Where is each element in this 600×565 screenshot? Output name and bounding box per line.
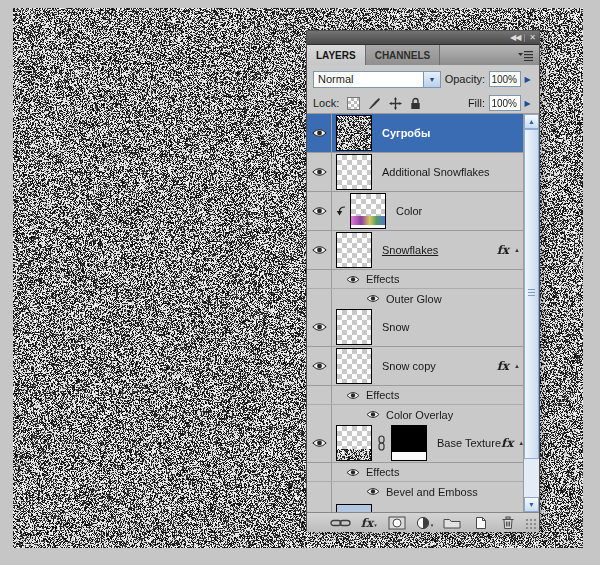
new-group-button[interactable] bbox=[438, 513, 466, 532]
layer-name[interactable]: Snow bbox=[382, 321, 410, 333]
effect-name[interactable]: Color Overlay bbox=[386, 409, 453, 421]
close-panel-icon[interactable]: ✕ bbox=[529, 34, 535, 42]
effects-header-row[interactable]: Effects bbox=[307, 386, 525, 404]
layer-thumbnail[interactable] bbox=[336, 348, 372, 384]
scroll-down-button[interactable]: ▼ bbox=[524, 497, 539, 512]
effect-row[interactable]: Bevel and Emboss bbox=[307, 481, 525, 501]
adjustment-layer-icon bbox=[416, 516, 430, 530]
visibility-toggle[interactable] bbox=[307, 424, 332, 462]
layer-style-fx-badge[interactable]: fx bbox=[497, 243, 509, 257]
lock-transparency-icon[interactable] bbox=[347, 97, 360, 110]
effect-row[interactable]: Color Overlay bbox=[307, 404, 525, 424]
link-layers-button[interactable] bbox=[327, 513, 355, 532]
visibility-toggle[interactable] bbox=[307, 192, 332, 230]
visibility-toggle[interactable] bbox=[307, 114, 332, 152]
titlebar-divider bbox=[524, 34, 525, 42]
effects-visibility-toggle[interactable] bbox=[346, 391, 360, 400]
layer-thumbnail[interactable] bbox=[336, 232, 372, 268]
eye-icon bbox=[312, 167, 327, 177]
effects-visibility-toggle[interactable] bbox=[346, 275, 360, 284]
add-layer-mask-button[interactable] bbox=[383, 513, 411, 532]
visibility-toggle[interactable] bbox=[307, 308, 332, 346]
lock-label: Lock: bbox=[313, 97, 339, 109]
layer-row[interactable]: Snow copy fx ▲ bbox=[307, 347, 525, 386]
mask-link-icon[interactable] bbox=[377, 435, 386, 451]
layer-row[interactable]: Snow bbox=[307, 308, 525, 347]
fill-spinner-icon[interactable]: ▶ bbox=[522, 99, 533, 108]
opacity-label: Opacity: bbox=[445, 73, 485, 85]
tab-layers[interactable]: LAYERS bbox=[307, 45, 366, 65]
visibility-toggle[interactable] bbox=[307, 153, 332, 191]
layer-mask-thumbnail[interactable] bbox=[391, 425, 427, 461]
effect-visibility-toggle[interactable] bbox=[366, 410, 380, 419]
add-adjustment-layer-button[interactable]: ▾ bbox=[411, 513, 439, 532]
blend-mode-select[interactable]: Normal ▼ bbox=[313, 71, 441, 88]
layer-name[interactable]: Snow copy bbox=[382, 360, 436, 372]
collapse-panel-icon[interactable]: ◀◀ bbox=[510, 34, 520, 42]
panel-resize-grip[interactable] bbox=[524, 517, 536, 529]
visibility-toggle[interactable] bbox=[307, 231, 332, 269]
layer-mask-icon bbox=[388, 516, 406, 530]
adjustment-menu-arrow-icon: ▾ bbox=[431, 522, 434, 532]
layer-name[interactable]: Сугробы bbox=[382, 127, 430, 139]
layer-name[interactable]: Additional Snowflakes bbox=[382, 166, 490, 178]
blend-mode-dropdown-icon[interactable]: ▼ bbox=[423, 72, 440, 87]
fill-field[interactable]: 100% bbox=[489, 95, 521, 111]
add-layer-style-button[interactable]: fx▾ bbox=[355, 513, 383, 532]
layer-row[interactable]: Snowflakes fx ▲ bbox=[307, 231, 525, 270]
new-layer-button[interactable] bbox=[466, 513, 494, 532]
effect-name[interactable]: Outer Glow bbox=[386, 293, 442, 305]
scrollbar-thumb[interactable] bbox=[524, 129, 539, 459]
effect-name[interactable]: Bevel and Emboss bbox=[386, 486, 478, 498]
layer-thumbnail[interactable] bbox=[336, 154, 372, 190]
panel-titlebar[interactable]: ◀◀ ✕ bbox=[307, 31, 539, 45]
effect-visibility-toggle[interactable] bbox=[366, 487, 380, 496]
layer-row[interactable]: Сугробы bbox=[307, 114, 525, 153]
eye-icon bbox=[346, 275, 360, 284]
layer-row[interactable]: Additional Snowflakes bbox=[307, 153, 525, 192]
layer-list: Сугробы Additional Snowflakes bbox=[307, 114, 539, 512]
layer-thumbnail[interactable] bbox=[336, 309, 372, 345]
layer-style-fx-badge[interactable]: fx bbox=[497, 359, 509, 373]
visibility-toggle[interactable] bbox=[307, 347, 332, 385]
lock-position-move-icon[interactable] bbox=[389, 97, 402, 110]
scroll-up-button[interactable]: ▲ bbox=[524, 114, 539, 129]
layer-thumbnail[interactable] bbox=[336, 425, 372, 461]
opacity-spinner-icon[interactable]: ▶ bbox=[522, 75, 533, 84]
fx-menu-arrow-icon: ▾ bbox=[374, 522, 377, 532]
lock-paint-brush-icon[interactable] bbox=[368, 97, 381, 110]
effects-header-row[interactable]: Effects bbox=[307, 270, 525, 288]
panel-menu-button[interactable] bbox=[513, 45, 539, 65]
layer-name[interactable]: Color bbox=[396, 205, 422, 217]
layer-thumbnail[interactable] bbox=[336, 115, 372, 151]
layer-thumbnail[interactable] bbox=[350, 193, 386, 229]
lock-all-padlock-icon[interactable] bbox=[410, 97, 421, 110]
layer-row[interactable]: Color bbox=[307, 192, 525, 231]
panel-menu-icon bbox=[518, 50, 534, 61]
effect-row[interactable]: Outer Glow bbox=[307, 288, 525, 308]
layer-row[interactable]: Base Texture fx ▲ bbox=[307, 424, 525, 463]
opacity-field[interactable]: 100% bbox=[489, 71, 521, 87]
eye-icon bbox=[312, 128, 327, 138]
trash-icon bbox=[501, 516, 515, 530]
layer-style-fx-badge[interactable]: fx bbox=[501, 436, 513, 450]
effect-visibility-toggle[interactable] bbox=[366, 294, 380, 303]
layer-thumbnail-partial bbox=[336, 504, 372, 512]
layer-name[interactable]: Base Texture bbox=[437, 437, 501, 449]
vertical-scrollbar[interactable]: ▲ ▼ bbox=[523, 114, 539, 512]
eye-column bbox=[307, 270, 332, 288]
effects-visibility-toggle[interactable] bbox=[346, 468, 360, 477]
texture-band bbox=[337, 449, 371, 460]
layer-name[interactable]: Snowflakes bbox=[382, 244, 438, 256]
delete-layer-button[interactable] bbox=[494, 513, 522, 532]
eye-column bbox=[307, 482, 332, 501]
layer-row-partial[interactable] bbox=[307, 501, 525, 512]
eye-icon bbox=[312, 438, 327, 448]
tab-channels[interactable]: CHANNELS bbox=[366, 45, 441, 65]
new-layer-icon bbox=[473, 516, 487, 530]
effects-header-row[interactable]: Effects bbox=[307, 463, 525, 481]
eye-column bbox=[307, 289, 332, 308]
effects-label: Effects bbox=[366, 466, 399, 478]
eye-column bbox=[307, 386, 332, 404]
eye-icon bbox=[366, 410, 380, 419]
